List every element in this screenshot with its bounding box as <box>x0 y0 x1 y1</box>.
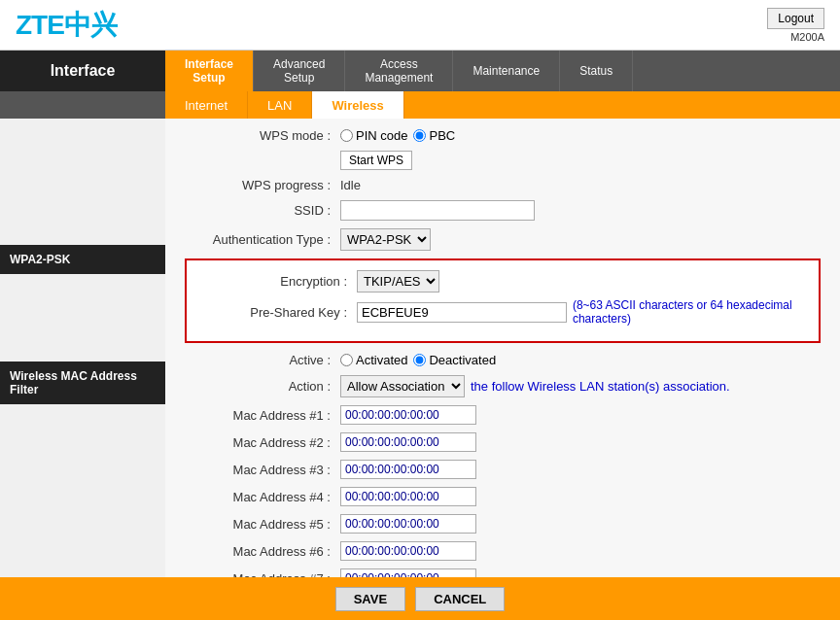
logout-button[interactable]: Logout <box>767 8 824 29</box>
sub-tab-wireless[interactable]: Wireless <box>312 91 403 119</box>
action-label: Action : <box>185 379 340 394</box>
mac-address-row-5: Mac Address #5 : <box>185 514 821 534</box>
top-nav: Interface InterfaceSetup AdvancedSetup A… <box>0 51 840 91</box>
mac-filter-section: Active : Activated Deactivated Action : <box>185 353 821 577</box>
mac-label-7: Mac Address #7 : <box>185 571 340 578</box>
pre-shared-key-row: Pre-Shared Key : (8~63 ASCII characters … <box>201 298 804 326</box>
logout-area: Logout M200A <box>767 8 824 43</box>
tab-maintenance[interactable]: Maintenance <box>453 51 560 91</box>
mac-address-row-2: Mac Address #2 : <box>185 432 821 452</box>
deactivated-radio[interactable] <box>413 354 426 366</box>
mac-address-row-1: Mac Address #1 : <box>185 405 821 425</box>
mac-input-6[interactable] <box>340 541 476 561</box>
activated-radio[interactable] <box>340 354 353 366</box>
mac-input-3[interactable] <box>340 460 476 479</box>
tab-interface-setup[interactable]: InterfaceSetup <box>165 51 254 91</box>
wpa2psk-section: Encryption : TKIP/AES TKIP AES Pre-Share… <box>185 258 821 343</box>
mac-input-7[interactable] <box>340 568 476 577</box>
cancel-button[interactable]: CANCEL <box>415 587 505 611</box>
wps-progress-value: Idle <box>340 178 361 192</box>
wps-pbc-label: PBC <box>429 128 455 143</box>
header: ZTE中兴 Logout M200A <box>0 0 840 51</box>
sidebar: WPA2-PSK Wireless MAC Address Filter <box>0 119 165 577</box>
sub-tab-lan[interactable]: LAN <box>248 91 312 119</box>
start-wps-button[interactable]: Start WPS <box>340 151 412 170</box>
auth-type-select[interactable]: WPA2-PSK WPA-PSK WPA2 WPA None <box>340 228 431 251</box>
nav-side-label: Interface <box>0 51 165 91</box>
mac-address-row-3: Mac Address #3 : <box>185 460 821 479</box>
sub-nav-wrapper: Internet LAN Wireless <box>0 91 840 119</box>
pre-shared-key-label: Pre-Shared Key : <box>201 305 357 320</box>
start-wps-row: Start WPS <box>185 151 821 170</box>
activated-label: Activated <box>356 353 407 367</box>
mac-label-3: Mac Address #3 : <box>185 463 340 477</box>
mac-label-1: Mac Address #1 : <box>185 408 340 423</box>
wps-pin-radio[interactable] <box>340 129 353 142</box>
mac-label-5: Mac Address #5 : <box>185 517 340 532</box>
active-label: Active : <box>185 353 340 367</box>
ssid-row: SSID : <box>185 200 821 221</box>
mac-input-1[interactable] <box>340 405 476 425</box>
mac-input-5[interactable] <box>340 514 476 534</box>
activated-radio-label[interactable]: Activated <box>340 353 407 367</box>
mac-input-2[interactable] <box>340 432 476 452</box>
action-select[interactable]: Allow Association Deny Association <box>340 375 465 397</box>
wps-pbc-radio[interactable] <box>413 129 426 142</box>
tab-status[interactable]: Status <box>560 51 633 91</box>
auth-type-row: Authentication Type : WPA2-PSK WPA-PSK W… <box>185 228 821 251</box>
pre-shared-key-input[interactable] <box>357 302 567 323</box>
ssid-label: SSID : <box>185 203 340 218</box>
footer: SAVE CANCEL <box>0 577 840 620</box>
active-row: Active : Activated Deactivated <box>185 353 821 367</box>
sidebar-section-wpa2psk: WPA2-PSK <box>0 245 165 274</box>
encryption-label: Encryption : <box>201 274 357 289</box>
save-button[interactable]: SAVE <box>335 587 405 611</box>
tab-access-management[interactable]: AccessManagement <box>345 51 453 91</box>
wps-progress-label: WPS progress : <box>185 178 340 192</box>
wps-mode-label: WPS mode : <box>185 128 340 143</box>
encryption-row: Encryption : TKIP/AES TKIP AES <box>201 270 804 293</box>
mac-address-row-4: Mac Address #4 : <box>185 487 821 506</box>
pre-shared-key-hint: (8~63 ASCII characters or 64 hexadecimal… <box>573 298 804 326</box>
nav-tabs: InterfaceSetup AdvancedSetup AccessManag… <box>165 51 840 91</box>
mac-address-row-7: Mac Address #7 : <box>185 568 821 577</box>
mac-input-4[interactable] <box>340 487 476 506</box>
wps-pin-label: PIN code <box>356 128 407 143</box>
content-area: WPS mode : PIN code PBC Start WPS WPS pr… <box>165 119 840 577</box>
wps-pbc-radio-label[interactable]: PBC <box>413 128 455 143</box>
logo: ZTE中兴 <box>16 7 117 44</box>
mac-address-rows: Mac Address #1 : Mac Address #2 : Mac Ad… <box>185 405 821 577</box>
wps-mode-row: WPS mode : PIN code PBC <box>185 128 821 143</box>
tab-advanced-setup[interactable]: AdvancedSetup <box>254 51 345 91</box>
sub-tab-internet[interactable]: Internet <box>165 91 248 119</box>
wps-mode-value: PIN code PBC <box>340 128 455 143</box>
mac-label-2: Mac Address #2 : <box>185 435 340 450</box>
encryption-select[interactable]: TKIP/AES TKIP AES <box>357 270 439 293</box>
wps-pin-radio-label[interactable]: PIN code <box>340 128 407 143</box>
sub-nav: Internet LAN Wireless <box>165 91 840 119</box>
deactivated-label: Deactivated <box>429 353 496 367</box>
ssid-input[interactable] <box>340 200 535 221</box>
deactivated-radio-label[interactable]: Deactivated <box>413 353 496 367</box>
sub-nav-spacer <box>0 91 165 119</box>
action-suffix: the follow Wireless LAN station(s) assoc… <box>471 379 730 394</box>
device-name: M200A <box>767 31 824 43</box>
wps-progress-row: WPS progress : Idle <box>185 178 821 192</box>
sidebar-section-mac-filter: Wireless MAC Address Filter <box>0 362 165 404</box>
action-row: Action : Allow Association Deny Associat… <box>185 375 821 397</box>
auth-type-label: Authentication Type : <box>185 232 340 247</box>
mac-address-row-6: Mac Address #6 : <box>185 541 821 561</box>
mac-label-6: Mac Address #6 : <box>185 544 340 559</box>
mac-label-4: Mac Address #4 : <box>185 490 340 504</box>
active-radios: Activated Deactivated <box>340 353 496 367</box>
main-content: WPA2-PSK Wireless MAC Address Filter WPS… <box>0 119 840 577</box>
